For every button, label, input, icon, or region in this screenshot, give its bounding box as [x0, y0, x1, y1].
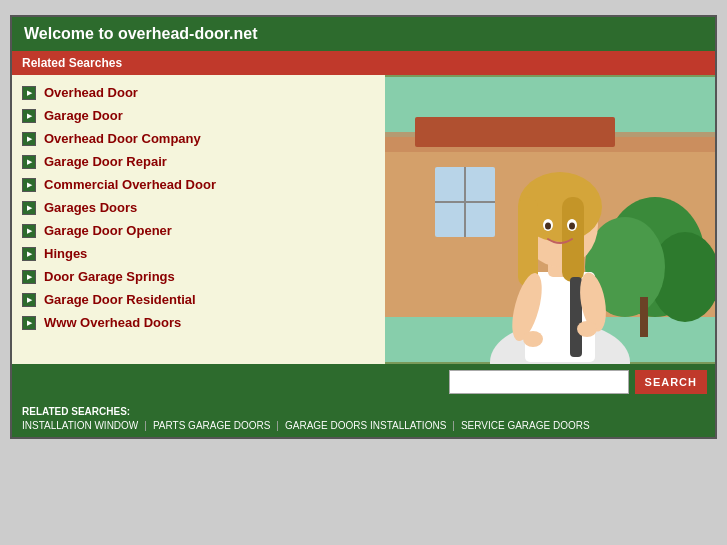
photo-area [385, 75, 715, 364]
links-list: Overhead DoorGarage DoorOverhead Door Co… [12, 75, 385, 364]
list-item[interactable]: Www Overhead Doors [12, 311, 385, 334]
list-item[interactable]: Garage Door Opener [12, 219, 385, 242]
list-item[interactable]: Garage Door Residential [12, 288, 385, 311]
footer-link[interactable]: SERVICE GARAGE DOORS [461, 420, 590, 431]
link-text: Garage Door Residential [44, 292, 196, 307]
footer-separator: | [276, 420, 279, 431]
list-item[interactable]: Garage Door [12, 104, 385, 127]
bullet-icon [22, 109, 36, 123]
bullet-icon [22, 178, 36, 192]
bullet-icon [22, 316, 36, 330]
list-item[interactable]: Commercial Overhead Door [12, 173, 385, 196]
bullet-icon [22, 247, 36, 261]
svg-point-25 [523, 331, 543, 347]
list-item[interactable]: Door Garage Springs [12, 265, 385, 288]
search-input[interactable] [449, 370, 629, 394]
link-text: Overhead Door Company [44, 131, 201, 146]
link-text: Garage Door Repair [44, 154, 167, 169]
svg-rect-17 [562, 197, 584, 282]
header-title: Welcome to overhead-door.net [24, 25, 258, 42]
footer-separator: | [452, 420, 455, 431]
search-button[interactable]: SEARCH [635, 370, 707, 394]
link-text: Hinges [44, 246, 87, 261]
svg-point-20 [545, 223, 551, 230]
link-text: Www Overhead Doors [44, 315, 181, 330]
search-row: SEARCH [12, 364, 715, 400]
footer-bar: RELATED SEARCHES: INSTALLATION WINDOW|PA… [12, 400, 715, 437]
svg-point-21 [569, 223, 575, 230]
list-item[interactable]: Garage Door Repair [12, 150, 385, 173]
footer-links: INSTALLATION WINDOW|PARTS GARAGE DOORS|G… [22, 420, 705, 431]
link-text: Overhead Door [44, 85, 138, 100]
link-text: Door Garage Springs [44, 269, 175, 284]
link-text: Garages Doors [44, 200, 137, 215]
bullet-icon [22, 155, 36, 169]
bullet-icon [22, 270, 36, 284]
footer-link[interactable]: PARTS GARAGE DOORS [153, 420, 270, 431]
bullet-icon [22, 132, 36, 146]
footer-related-label: RELATED SEARCHES: [22, 406, 705, 417]
footer-link[interactable]: INSTALLATION WINDOW [22, 420, 138, 431]
footer-link[interactable]: GARAGE DOORS INSTALLATIONS [285, 420, 446, 431]
related-searches-label: Related Searches [22, 56, 122, 70]
bullet-icon [22, 86, 36, 100]
footer-separator: | [144, 420, 147, 431]
page-header: Welcome to overhead-door.net [12, 17, 715, 51]
bullet-icon [22, 224, 36, 238]
link-text: Commercial Overhead Door [44, 177, 216, 192]
main-content: Overhead DoorGarage DoorOverhead Door Co… [12, 75, 715, 364]
related-searches-bar: Related Searches [12, 51, 715, 75]
svg-rect-3 [415, 117, 615, 147]
bullet-icon [22, 201, 36, 215]
bullet-icon [22, 293, 36, 307]
link-text: Garage Door Opener [44, 223, 172, 238]
link-text: Garage Door [44, 108, 123, 123]
svg-point-26 [577, 321, 597, 337]
list-item[interactable]: Overhead Door [12, 81, 385, 104]
list-item[interactable]: Garages Doors [12, 196, 385, 219]
list-item[interactable]: Hinges [12, 242, 385, 265]
list-item[interactable]: Overhead Door Company [12, 127, 385, 150]
svg-rect-7 [640, 297, 648, 337]
